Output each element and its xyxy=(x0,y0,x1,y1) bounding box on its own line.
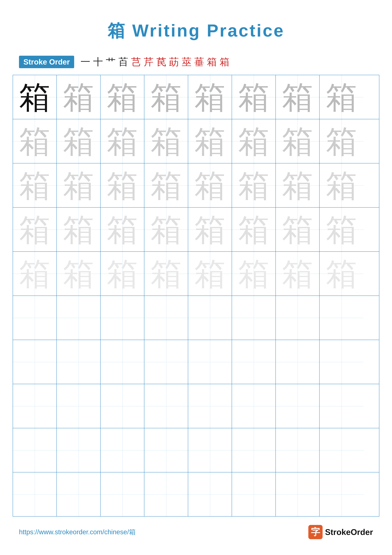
grid-cell[interactable] xyxy=(188,296,232,340)
grid-cell[interactable] xyxy=(13,428,57,472)
grid-cell[interactable] xyxy=(144,340,188,384)
grid-cell[interactable] xyxy=(320,296,363,340)
grid-cell[interactable] xyxy=(100,384,144,428)
grid-cell[interactable]: 箱 xyxy=(100,75,144,119)
grid-row xyxy=(13,340,379,384)
grid-cell[interactable] xyxy=(144,296,188,340)
grid-cell[interactable]: 箱 xyxy=(13,163,57,207)
practice-char: 箱 xyxy=(63,214,94,245)
practice-char: 箱 xyxy=(238,214,270,245)
grid-cell[interactable]: 箱 xyxy=(188,208,232,251)
stroke-9: 莁 xyxy=(182,55,192,68)
stroke-5: 芑 xyxy=(131,55,141,68)
grid-cell[interactable]: 箱 xyxy=(144,208,188,251)
grid-cell[interactable]: 箱 xyxy=(276,252,320,296)
grid-cell[interactable] xyxy=(276,384,320,428)
practice-char: 箱 xyxy=(194,81,226,113)
grid-row: 箱 箱 箱 箱 箱 箱 箱 箱 xyxy=(13,252,379,296)
practice-char: 箱 xyxy=(150,125,182,157)
grid-cell[interactable] xyxy=(232,472,276,516)
practice-char: 箱 xyxy=(63,125,94,157)
grid-cell[interactable]: 箱 xyxy=(100,208,144,251)
grid-cell[interactable] xyxy=(188,340,232,384)
grid-cell[interactable]: 箱 xyxy=(232,208,276,251)
grid-cell[interactable]: 箱 xyxy=(57,252,100,296)
grid-cell[interactable] xyxy=(320,428,363,472)
grid-cell[interactable]: 箱 xyxy=(144,252,188,296)
grid-cell[interactable] xyxy=(100,296,144,340)
stroke-sequence: 一 十 艹 苩 芑 芹 苠 莇 莁 菙 箱 箱 xyxy=(80,55,229,68)
practice-grid[interactable]: 箱 箱 箱 箱 箱 箱 箱 箱 箱 箱 箱 xyxy=(13,75,379,517)
grid-row: 箱 箱 箱 箱 箱 箱 箱 箱 xyxy=(13,163,379,208)
footer-url[interactable]: https://www.strokeorder.com/chinese/箱 xyxy=(19,528,136,536)
practice-char: 箱 xyxy=(326,258,357,290)
grid-cell[interactable] xyxy=(188,428,232,472)
grid-cell[interactable]: 箱 xyxy=(188,252,232,296)
grid-cell[interactable] xyxy=(276,472,320,516)
grid-cell[interactable] xyxy=(100,472,144,516)
grid-cell[interactable] xyxy=(100,340,144,384)
grid-cell[interactable]: 箱 xyxy=(100,252,144,296)
grid-cell[interactable]: 箱 xyxy=(13,75,57,119)
practice-char: 箱 xyxy=(194,125,226,157)
grid-cell[interactable]: 箱 xyxy=(320,163,363,207)
grid-cell[interactable] xyxy=(232,428,276,472)
grid-cell[interactable]: 箱 xyxy=(188,75,232,119)
grid-cell[interactable] xyxy=(320,384,363,428)
grid-cell[interactable]: 箱 xyxy=(232,163,276,207)
grid-cell[interactable] xyxy=(13,384,57,428)
practice-char: 箱 xyxy=(150,258,182,290)
grid-cell[interactable] xyxy=(232,340,276,384)
grid-cell[interactable]: 箱 xyxy=(144,75,188,119)
grid-cell[interactable]: 箱 xyxy=(320,119,363,163)
grid-cell[interactable]: 箱 xyxy=(144,119,188,163)
grid-cell[interactable]: 箱 xyxy=(13,119,57,163)
grid-cell[interactable] xyxy=(320,340,363,384)
grid-cell[interactable] xyxy=(13,296,57,340)
grid-cell[interactable]: 箱 xyxy=(100,163,144,207)
grid-cell[interactable] xyxy=(57,428,100,472)
grid-cell[interactable] xyxy=(100,428,144,472)
grid-cell[interactable] xyxy=(232,296,276,340)
grid-cell[interactable]: 箱 xyxy=(188,119,232,163)
grid-cell[interactable]: 箱 xyxy=(276,75,320,119)
grid-cell[interactable] xyxy=(276,340,320,384)
grid-cell[interactable]: 箱 xyxy=(232,119,276,163)
grid-cell[interactable]: 箱 xyxy=(276,208,320,251)
grid-cell[interactable] xyxy=(57,384,100,428)
grid-cell[interactable] xyxy=(144,384,188,428)
grid-cell[interactable]: 箱 xyxy=(320,75,363,119)
grid-cell[interactable]: 箱 xyxy=(144,163,188,207)
grid-cell[interactable] xyxy=(276,428,320,472)
grid-cell[interactable] xyxy=(188,384,232,428)
grid-cell[interactable]: 箱 xyxy=(320,208,363,251)
grid-cell[interactable]: 箱 xyxy=(232,252,276,296)
grid-cell[interactable] xyxy=(188,472,232,516)
grid-cell[interactable] xyxy=(144,472,188,516)
grid-cell[interactable]: 箱 xyxy=(57,163,100,207)
practice-char: 箱 xyxy=(326,125,357,157)
grid-cell[interactable] xyxy=(57,472,100,516)
grid-cell[interactable]: 箱 xyxy=(276,163,320,207)
grid-cell[interactable]: 箱 xyxy=(57,119,100,163)
grid-cell[interactable] xyxy=(13,340,57,384)
grid-cell[interactable] xyxy=(276,296,320,340)
grid-cell[interactable]: 箱 xyxy=(188,163,232,207)
practice-char: 箱 xyxy=(150,81,182,113)
grid-cell[interactable]: 箱 xyxy=(276,119,320,163)
grid-cell[interactable] xyxy=(57,340,100,384)
grid-cell[interactable] xyxy=(57,296,100,340)
grid-cell[interactable]: 箱 xyxy=(13,252,57,296)
grid-cell[interactable] xyxy=(13,472,57,516)
grid-cell[interactable]: 箱 xyxy=(232,75,276,119)
grid-cell[interactable]: 箱 xyxy=(100,119,144,163)
grid-cell[interactable]: 箱 xyxy=(320,252,363,296)
grid-cell[interactable] xyxy=(144,428,188,472)
grid-cell[interactable] xyxy=(232,384,276,428)
grid-cell[interactable]: 箱 xyxy=(13,208,57,251)
practice-char: 箱 xyxy=(19,81,51,113)
grid-cell[interactable]: 箱 xyxy=(57,208,100,251)
practice-char: 箱 xyxy=(150,170,182,201)
grid-cell[interactable]: 箱 xyxy=(57,75,100,119)
grid-cell[interactable] xyxy=(320,472,363,516)
